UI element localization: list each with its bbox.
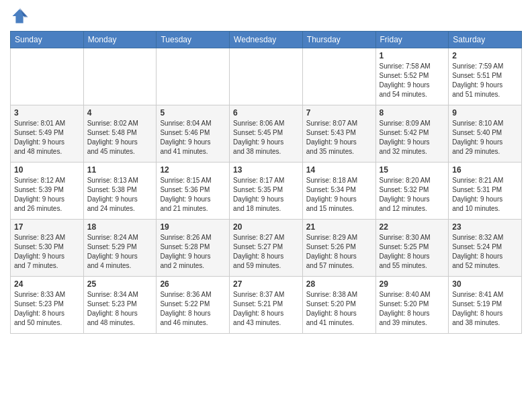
day-number: 2	[452, 51, 518, 60]
week-row-2: 3Sunrise: 8:01 AM Sunset: 5:49 PM Daylig…	[11, 105, 522, 163]
day-info: Sunrise: 8:06 AM Sunset: 5:45 PM Dayligh…	[233, 119, 299, 156]
calendar-cell: 28Sunrise: 8:38 AM Sunset: 5:20 PM Dayli…	[302, 277, 375, 334]
calendar-cell	[157, 48, 230, 105]
day-info: Sunrise: 8:02 AM Sunset: 5:48 PM Dayligh…	[87, 119, 153, 156]
weekday-header-sunday: Sunday	[11, 32, 84, 48]
day-number: 1	[380, 51, 445, 60]
day-number: 20	[233, 222, 299, 232]
day-info: Sunrise: 7:59 AM Sunset: 5:51 PM Dayligh…	[452, 62, 518, 99]
calendar-cell: 15Sunrise: 8:20 AM Sunset: 5:32 PM Dayli…	[375, 163, 449, 220]
calendar-cell	[230, 48, 303, 105]
weekday-header-friday: Friday	[375, 32, 449, 48]
calendar-cell	[11, 48, 84, 105]
day-number: 24	[14, 279, 80, 289]
day-number: 7	[306, 108, 372, 118]
day-info: Sunrise: 8:41 AM Sunset: 5:19 PM Dayligh…	[452, 290, 518, 328]
page: SundayMondayTuesdayWednesdayThursdayFrid…	[0, 0, 532, 411]
calendar-cell: 5Sunrise: 8:04 AM Sunset: 5:46 PM Daylig…	[157, 105, 230, 163]
day-number: 17	[14, 222, 80, 232]
day-info: Sunrise: 8:33 AM Sunset: 5:23 PM Dayligh…	[14, 290, 80, 328]
weekday-header-thursday: Thursday	[302, 32, 375, 48]
day-info: Sunrise: 8:23 AM Sunset: 5:30 PM Dayligh…	[14, 233, 80, 271]
day-number: 14	[306, 165, 372, 175]
day-number: 8	[380, 108, 445, 118]
day-info: Sunrise: 8:20 AM Sunset: 5:32 PM Dayligh…	[380, 176, 445, 214]
calendar-cell: 21Sunrise: 8:29 AM Sunset: 5:26 PM Dayli…	[302, 220, 375, 277]
day-number: 29	[380, 279, 445, 289]
day-number: 21	[306, 222, 372, 232]
calendar-cell: 24Sunrise: 8:33 AM Sunset: 5:23 PM Dayli…	[11, 277, 84, 334]
day-info: Sunrise: 8:15 AM Sunset: 5:36 PM Dayligh…	[160, 176, 226, 214]
day-number: 18	[87, 222, 153, 232]
calendar-cell: 6Sunrise: 8:06 AM Sunset: 5:45 PM Daylig…	[230, 105, 303, 163]
calendar-cell: 25Sunrise: 8:34 AM Sunset: 5:23 PM Dayli…	[83, 277, 157, 334]
day-info: Sunrise: 8:21 AM Sunset: 5:31 PM Dayligh…	[452, 176, 518, 214]
day-info: Sunrise: 8:38 AM Sunset: 5:20 PM Dayligh…	[306, 290, 372, 328]
calendar-cell: 20Sunrise: 8:27 AM Sunset: 5:27 PM Dayli…	[230, 220, 303, 277]
header	[10, 7, 522, 26]
day-info: Sunrise: 8:32 AM Sunset: 5:24 PM Dayligh…	[452, 233, 518, 271]
calendar-cell: 18Sunrise: 8:24 AM Sunset: 5:29 PM Dayli…	[83, 220, 157, 277]
day-info: Sunrise: 7:58 AM Sunset: 5:52 PM Dayligh…	[380, 62, 445, 99]
day-number: 6	[233, 108, 299, 118]
calendar-cell: 27Sunrise: 8:37 AM Sunset: 5:21 PM Dayli…	[230, 277, 303, 334]
calendar-cell: 16Sunrise: 8:21 AM Sunset: 5:31 PM Dayli…	[449, 163, 522, 220]
day-number: 19	[160, 222, 226, 232]
day-number: 4	[87, 108, 153, 118]
day-number: 11	[87, 165, 153, 175]
calendar-cell: 2Sunrise: 7:59 AM Sunset: 5:51 PM Daylig…	[449, 48, 522, 105]
day-number: 23	[452, 222, 518, 232]
calendar-cell: 13Sunrise: 8:17 AM Sunset: 5:35 PM Dayli…	[230, 163, 303, 220]
day-number: 22	[380, 222, 445, 232]
calendar-cell: 29Sunrise: 8:40 AM Sunset: 5:20 PM Dayli…	[375, 277, 449, 334]
calendar-cell: 9Sunrise: 8:10 AM Sunset: 5:40 PM Daylig…	[449, 105, 522, 163]
day-info: Sunrise: 8:04 AM Sunset: 5:46 PM Dayligh…	[160, 119, 226, 156]
day-info: Sunrise: 8:18 AM Sunset: 5:34 PM Dayligh…	[306, 176, 372, 214]
calendar-cell: 11Sunrise: 8:13 AM Sunset: 5:38 PM Dayli…	[83, 163, 157, 220]
day-info: Sunrise: 8:12 AM Sunset: 5:39 PM Dayligh…	[14, 176, 80, 214]
day-number: 25	[87, 279, 153, 289]
calendar-cell	[302, 48, 375, 105]
calendar-cell: 19Sunrise: 8:26 AM Sunset: 5:28 PM Dayli…	[157, 220, 230, 277]
day-number: 3	[14, 108, 80, 118]
day-number: 26	[160, 279, 226, 289]
day-info: Sunrise: 8:09 AM Sunset: 5:42 PM Dayligh…	[380, 119, 445, 156]
day-number: 10	[14, 165, 80, 175]
calendar-cell: 4Sunrise: 8:02 AM Sunset: 5:48 PM Daylig…	[83, 105, 157, 163]
calendar-cell	[83, 48, 157, 105]
calendar: SundayMondayTuesdayWednesdayThursdayFrid…	[10, 31, 522, 334]
day-number: 15	[380, 165, 445, 175]
calendar-cell: 14Sunrise: 8:18 AM Sunset: 5:34 PM Dayli…	[302, 163, 375, 220]
calendar-cell: 1Sunrise: 7:58 AM Sunset: 5:52 PM Daylig…	[375, 48, 449, 105]
day-number: 12	[160, 165, 226, 175]
day-info: Sunrise: 8:10 AM Sunset: 5:40 PM Dayligh…	[452, 119, 518, 156]
calendar-cell: 30Sunrise: 8:41 AM Sunset: 5:19 PM Dayli…	[449, 277, 522, 334]
weekday-header-monday: Monday	[83, 32, 157, 48]
day-number: 13	[233, 165, 299, 175]
calendar-cell: 8Sunrise: 8:09 AM Sunset: 5:42 PM Daylig…	[375, 105, 449, 163]
calendar-cell: 10Sunrise: 8:12 AM Sunset: 5:39 PM Dayli…	[11, 163, 84, 220]
calendar-cell: 22Sunrise: 8:30 AM Sunset: 5:25 PM Dayli…	[375, 220, 449, 277]
day-info: Sunrise: 8:29 AM Sunset: 5:26 PM Dayligh…	[306, 233, 372, 271]
calendar-cell: 7Sunrise: 8:07 AM Sunset: 5:43 PM Daylig…	[302, 105, 375, 163]
week-row-5: 24Sunrise: 8:33 AM Sunset: 5:23 PM Dayli…	[11, 277, 522, 334]
day-number: 28	[306, 279, 372, 289]
day-number: 27	[233, 279, 299, 289]
week-row-4: 17Sunrise: 8:23 AM Sunset: 5:30 PM Dayli…	[11, 220, 522, 277]
day-number: 5	[160, 108, 226, 118]
calendar-cell: 23Sunrise: 8:32 AM Sunset: 5:24 PM Dayli…	[449, 220, 522, 277]
day-info: Sunrise: 8:30 AM Sunset: 5:25 PM Dayligh…	[380, 233, 445, 271]
day-info: Sunrise: 8:40 AM Sunset: 5:20 PM Dayligh…	[380, 290, 445, 328]
calendar-cell: 3Sunrise: 8:01 AM Sunset: 5:49 PM Daylig…	[11, 105, 84, 163]
week-row-1: 1Sunrise: 7:58 AM Sunset: 5:52 PM Daylig…	[11, 48, 522, 105]
day-info: Sunrise: 8:36 AM Sunset: 5:22 PM Dayligh…	[160, 290, 226, 328]
logo	[10, 7, 32, 26]
day-info: Sunrise: 8:01 AM Sunset: 5:49 PM Dayligh…	[14, 119, 80, 156]
day-info: Sunrise: 8:07 AM Sunset: 5:43 PM Dayligh…	[306, 119, 372, 156]
weekday-header-wednesday: Wednesday	[230, 32, 303, 48]
calendar-cell: 12Sunrise: 8:15 AM Sunset: 5:36 PM Dayli…	[157, 163, 230, 220]
day-info: Sunrise: 8:34 AM Sunset: 5:23 PM Dayligh…	[87, 290, 153, 328]
day-info: Sunrise: 8:37 AM Sunset: 5:21 PM Dayligh…	[233, 290, 299, 328]
day-info: Sunrise: 8:27 AM Sunset: 5:27 PM Dayligh…	[233, 233, 299, 271]
day-number: 30	[452, 279, 518, 289]
